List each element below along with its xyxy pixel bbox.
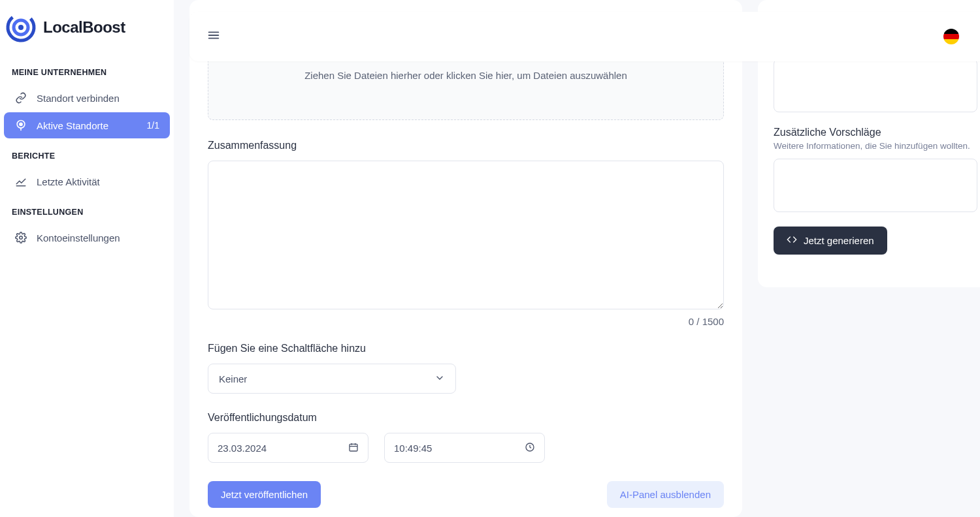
ai-extra-textarea[interactable] (774, 159, 977, 212)
publish-date-input[interactable]: 23.03.2024 (208, 433, 368, 463)
dropzone-text: Ziehen Sie Dateien hierher oder klicken … (304, 70, 627, 81)
svg-point-2 (18, 25, 24, 30)
activity-icon (14, 175, 27, 188)
publish-date-label: Veröffentlichungsdatum (208, 412, 724, 424)
ai-extra-subtitle: Weitere Informationen, die Sie hinzufüge… (774, 141, 977, 151)
language-flag-icon[interactable] (943, 29, 959, 44)
publish-time-input[interactable]: 10:49:45 (384, 433, 545, 463)
svg-point-4 (20, 123, 22, 125)
add-button-label: Fügen Sie eine Schaltfläche hinzu (208, 343, 724, 354)
brand-name: LocalBoost (43, 18, 125, 37)
ai-input-top[interactable] (774, 59, 977, 112)
nav-section-title: BERICHTE (0, 140, 174, 167)
sidebar-item-label: Kontoeinstellungen (37, 232, 159, 243)
topbar (189, 12, 980, 61)
summary-textarea[interactable] (208, 161, 724, 309)
menu-toggle-button[interactable] (206, 28, 221, 45)
sidebar-item-connect-location[interactable]: Standort verbinden (4, 85, 170, 111)
generate-button-label: Jetzt generieren (804, 235, 874, 246)
ai-extra-title: Zusätzliche Vorschläge (774, 127, 977, 138)
summary-label: Zusammenfassung (208, 140, 724, 151)
sidebar-item-label: Letzte Aktivität (37, 176, 159, 187)
time-value: 10:49:45 (394, 443, 432, 454)
link-icon (14, 91, 27, 104)
generate-button[interactable]: Jetzt generieren (774, 227, 887, 255)
publish-now-button[interactable]: Jetzt veröffentlichen (208, 481, 321, 508)
brand-logo[interactable]: LocalBoost (0, 5, 174, 56)
sidebar-item-account-settings[interactable]: Kontoeinstellungen (4, 225, 170, 251)
sidebar-item-label: Aktive Standorte (37, 120, 138, 131)
add-button-select[interactable]: Keiner (208, 364, 456, 394)
clock-icon (525, 442, 535, 454)
svg-rect-7 (350, 444, 357, 451)
sidebar-item-recent-activity[interactable]: Letzte Aktivität (4, 168, 170, 195)
nav-section-title: EINSTELLUNGEN (0, 196, 174, 223)
sidebar-item-label: Standort verbinden (37, 93, 159, 104)
char-counter: 0 / 1500 (208, 316, 724, 327)
date-value: 23.03.2024 (218, 443, 267, 454)
hide-ai-panel-button[interactable]: AI-Panel ausblenden (607, 481, 724, 508)
location-pin-icon (14, 119, 27, 132)
select-value: Keiner (219, 373, 247, 384)
svg-point-6 (20, 236, 23, 240)
main-form-card: Ziehen Sie Dateien hierher oder klicken … (189, 0, 742, 517)
brand-logo-icon (5, 12, 37, 43)
code-icon (787, 234, 797, 247)
sidebar-item-badge: 1/1 (147, 120, 159, 131)
chevron-down-icon (434, 373, 445, 385)
gear-icon (14, 231, 27, 244)
sidebar: LocalBoost MEINE UNTERNEHMEN Standort ve… (0, 0, 174, 517)
nav-section-title: MEINE UNTERNEHMEN (0, 56, 174, 84)
calendar-icon (348, 442, 359, 454)
sidebar-item-active-locations[interactable]: Aktive Standorte 1/1 (4, 112, 170, 138)
